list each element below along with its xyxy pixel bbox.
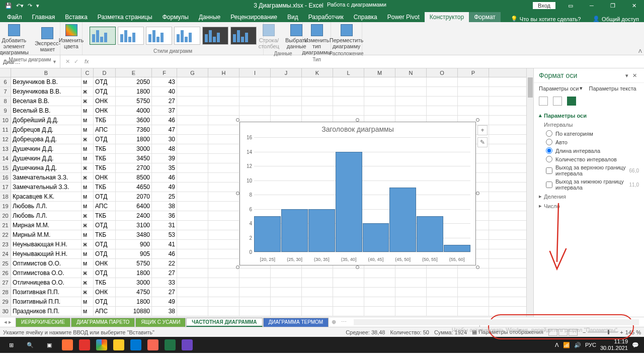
cell[interactable]: ж [82,163,94,172]
cell[interactable] [208,163,239,172]
cell[interactable] [239,106,271,115]
cell[interactable] [208,183,239,192]
row-header[interactable]: 18 [0,192,11,201]
row-header[interactable]: 16 [0,173,11,182]
row-header[interactable]: 20 [0,211,11,220]
cell[interactable] [177,249,208,258]
effects-icon[interactable] [553,97,562,106]
cell[interactable]: м [82,307,94,316]
cell[interactable]: 30 [152,135,177,144]
cell[interactable]: Праздников П.П. [11,307,82,316]
cell[interactable] [302,307,333,316]
tray-notifications-icon[interactable]: 💬 [632,342,639,348]
cell[interactable] [427,106,458,115]
zoom-out-button[interactable]: − [583,329,586,335]
cell[interactable] [271,77,302,86]
opt-overflow[interactable]: Выход за верхнюю границу интервала66,0 [539,163,639,177]
cell[interactable] [427,297,458,306]
cell[interactable] [395,288,427,297]
cell[interactable]: м [82,192,94,201]
taskbar-app-edge[interactable] [128,337,144,353]
cell[interactable] [427,87,458,96]
cell[interactable]: 3480 [116,230,152,239]
table-row[interactable]: 7Везунчикова В.В.жОТД180040 [0,87,526,97]
add-chart-element-button[interactable]: Добавить элемент диаграммы [0,23,31,56]
cell[interactable] [239,288,271,297]
sheet-tab[interactable]: ДИАГРАММА ПАРЕТО [71,318,135,327]
cell[interactable]: Любовь Л.Л. [11,211,82,220]
cell[interactable]: 53 [152,230,177,239]
chart-style-3[interactable] [146,27,172,45]
cell[interactable] [395,87,427,96]
taskbar-app-paint[interactable] [179,337,195,353]
cell[interactable] [302,278,333,287]
zoom-control[interactable]: − + 145 % [583,329,641,335]
tab-data[interactable]: Данные [194,12,225,22]
view-page-layout-button[interactable] [558,329,568,336]
cell[interactable]: ОНК [94,173,116,182]
cell[interactable] [177,77,208,86]
cancel-formula-icon[interactable]: ✕ [65,58,70,65]
cell[interactable]: ОТД [94,240,116,249]
cell[interactable]: 2400 [116,211,152,220]
cell[interactable]: ОНК [94,106,116,115]
chart-object[interactable]: Заголовок диаграммы 0246810121416 [20, 2… [239,122,476,265]
column-header[interactable]: E [116,68,152,77]
cell[interactable] [177,154,208,163]
column-header[interactable]: N [395,68,427,77]
fx-icon[interactable]: fx [83,58,89,65]
tab-layout[interactable]: Разметка страницы [93,12,157,22]
cell[interactable] [364,288,395,297]
cell[interactable] [458,288,489,297]
maximize-button[interactable]: ❐ [603,0,623,11]
cell[interactable]: 4650 [116,183,152,192]
pane-tab-text-options[interactable]: Параметры текста [589,85,636,92]
cell[interactable] [239,268,271,278]
minimize-button[interactable]: ─ [582,0,602,11]
cell[interactable]: ОТД [94,268,116,278]
cell[interactable]: м [82,116,94,125]
cell[interactable]: 900 [116,240,152,249]
cell[interactable]: м [82,297,94,306]
cell[interactable] [333,97,364,106]
cell[interactable]: Мирная М.М. [11,221,82,230]
column-header[interactable]: B [11,68,82,77]
cell[interactable]: м [82,259,94,268]
tell-me[interactable]: 💡Что вы хотите сделать? [511,16,581,22]
row-header[interactable]: 8 [0,97,11,106]
row-header[interactable]: 11 [0,125,11,134]
tab-home[interactable]: Главная [27,12,60,22]
chart-bar[interactable] [417,216,443,252]
cell[interactable] [302,297,333,306]
cell[interactable] [208,288,239,297]
row-header[interactable]: 10 [0,116,11,125]
tray-chevron-icon[interactable]: ᐱ [555,342,559,348]
cell[interactable] [208,144,239,153]
cell[interactable] [458,97,489,106]
sheet-nav[interactable]: ◂ ▸ [0,319,16,325]
cell[interactable] [364,297,395,306]
cell[interactable] [333,307,364,316]
cell[interactable] [333,278,364,287]
cell[interactable]: 1800 [116,297,152,306]
row-header[interactable]: 19 [0,202,11,211]
cell[interactable] [208,125,239,134]
cell[interactable]: 10880 [116,307,152,316]
cell[interactable]: 1800 [116,87,152,96]
cell[interactable] [208,192,239,201]
cell[interactable]: ОТД [94,192,116,201]
cell[interactable] [395,278,427,287]
cell[interactable] [333,87,364,96]
cell[interactable] [239,97,271,106]
section-axis-options[interactable]: ▴Параметры оси [539,111,639,120]
cell[interactable]: 47 [152,125,177,134]
cell[interactable]: ж [82,211,94,220]
taskbar-app-opera[interactable] [76,337,93,353]
tab-powerpivot[interactable]: Power Pivot [382,12,425,22]
cell[interactable]: 39 [152,154,177,163]
change-colors-button[interactable]: Изменить цвета [57,23,86,50]
cell[interactable]: 4000 [116,106,152,115]
cell[interactable]: Неунывающий Н.Н. [11,249,82,258]
cell[interactable] [458,278,489,287]
cell[interactable]: ТКБ [94,154,116,163]
